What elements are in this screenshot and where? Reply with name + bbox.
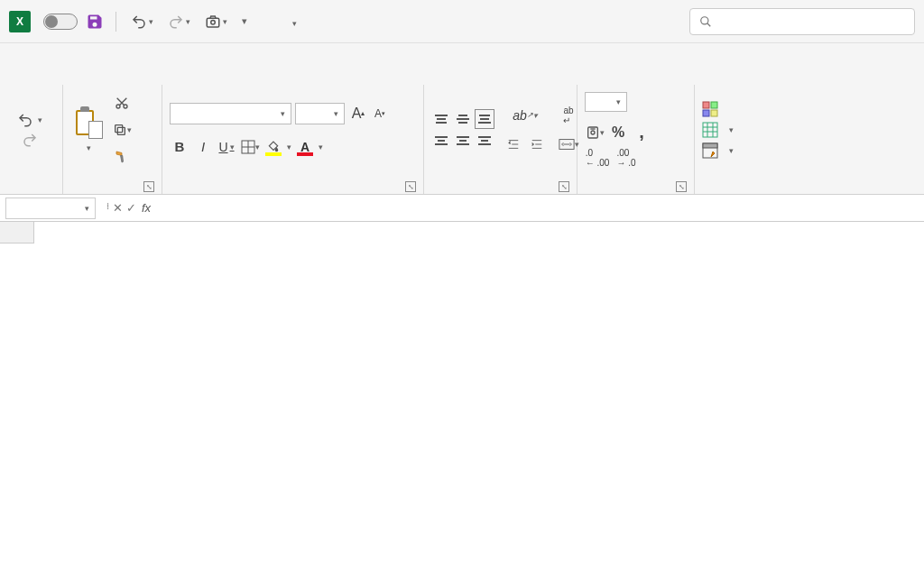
- font-name-select[interactable]: ▾: [170, 103, 291, 124]
- styles-group-label: [702, 174, 908, 194]
- percent-format-button[interactable]: %: [608, 123, 628, 142]
- formula-dropdown-button[interactable]: ⁞: [106, 201, 109, 215]
- fill-color-button[interactable]: [263, 137, 283, 157]
- svg-rect-11: [703, 102, 709, 108]
- svg-rect-5: [117, 127, 125, 134]
- redo-button[interactable]: ▾: [164, 12, 194, 32]
- increase-decimal-button[interactable]: .0← .00: [585, 148, 610, 168]
- font-size-select[interactable]: ▾: [295, 103, 345, 124]
- cell-styles-button[interactable]: ▾: [702, 142, 734, 159]
- svg-point-10: [591, 131, 595, 134]
- svg-rect-13: [703, 110, 709, 116]
- ribbon-tabs: [0, 43, 924, 79]
- borders-button[interactable]: ▾: [240, 137, 260, 157]
- save-button[interactable]: [85, 12, 105, 32]
- camera-button[interactable]: ▾: [201, 12, 231, 32]
- svg-rect-0: [207, 18, 219, 27]
- svg-point-2: [701, 16, 708, 23]
- cut-button[interactable]: [112, 93, 132, 113]
- italic-button[interactable]: I: [193, 137, 213, 157]
- enter-formula-button[interactable]: ✓: [126, 201, 136, 215]
- conditional-formatting-button[interactable]: [702, 101, 734, 117]
- increase-font-button[interactable]: A▴: [348, 104, 368, 124]
- align-top-button[interactable]: [431, 109, 451, 129]
- underline-button[interactable]: U▾: [217, 137, 236, 157]
- font-color-button[interactable]: A: [295, 137, 315, 157]
- excel-logo-icon: X: [9, 11, 31, 32]
- bold-button[interactable]: B: [170, 137, 189, 157]
- customize-qat-button[interactable]: ▾: [238, 14, 251, 29]
- align-right-button[interactable]: [475, 131, 494, 151]
- cancel-formula-button[interactable]: ✕: [113, 201, 123, 215]
- redo-ribbon-button[interactable]: [21, 132, 39, 148]
- accounting-format-button[interactable]: ▾: [585, 123, 605, 142]
- svg-rect-14: [711, 110, 717, 116]
- orientation-button[interactable]: ab↗▾: [515, 106, 535, 125]
- number-format-select[interactable]: ▾: [585, 92, 627, 112]
- title-bar: X ▾ ▾ ▾ ▾ ▾: [0, 0, 924, 43]
- name-box[interactable]: ▾: [5, 198, 96, 219]
- font-dialog-launcher[interactable]: ⤡: [405, 181, 416, 192]
- align-center-button[interactable]: [453, 131, 473, 151]
- search-input[interactable]: [689, 8, 915, 35]
- undo-ribbon-button[interactable]: ▾: [16, 112, 42, 128]
- decrease-indent-button[interactable]: [504, 134, 523, 154]
- autosave-toggle[interactable]: [38, 14, 78, 30]
- clipboard-dialog-launcher[interactable]: ⤡: [143, 181, 154, 192]
- align-middle-button[interactable]: [453, 109, 473, 129]
- align-bottom-button[interactable]: [475, 109, 494, 129]
- comma-format-button[interactable]: ,: [632, 123, 651, 142]
- alignment-dialog-launcher[interactable]: ⤡: [559, 181, 569, 192]
- increase-indent-button[interactable]: [527, 134, 547, 154]
- svg-rect-15: [703, 123, 717, 137]
- svg-rect-17: [703, 143, 717, 148]
- align-left-button[interactable]: [431, 131, 451, 151]
- ribbon: ▾ ▾ ▾: [0, 79, 924, 195]
- spreadsheet-grid: [0, 222, 924, 244]
- copy-button[interactable]: ▾: [112, 120, 132, 140]
- paste-button[interactable]: ▾: [70, 103, 106, 157]
- svg-point-1: [211, 20, 216, 24]
- number-dialog-launcher[interactable]: ⤡: [676, 181, 687, 192]
- document-title[interactable]: ▾: [285, 14, 297, 29]
- format-as-table-button[interactable]: ▾: [702, 122, 734, 138]
- formula-bar: ▾ ⁞ ✕ ✓ fx: [0, 195, 924, 222]
- decrease-font-button[interactable]: A▾: [370, 104, 390, 124]
- undo-group-label: [16, 174, 55, 194]
- format-painter-button[interactable]: [112, 147, 132, 167]
- select-all-corner[interactable]: [0, 222, 34, 244]
- decrease-decimal-button[interactable]: .00→ .0: [614, 148, 639, 168]
- svg-rect-12: [711, 102, 717, 108]
- svg-rect-6: [115, 124, 122, 132]
- undo-button[interactable]: ▾: [127, 12, 157, 32]
- fx-icon[interactable]: fx: [142, 201, 158, 215]
